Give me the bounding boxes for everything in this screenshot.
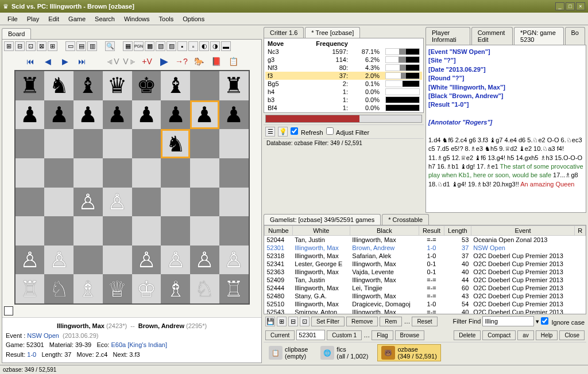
tree-bulb-icon[interactable]: 💡: [278, 127, 288, 137]
table-row[interactable]: 52444Illingworth, MaxLei, Tingjie=-=60O2…: [265, 284, 586, 292]
nav-back[interactable]: ◀: [41, 56, 54, 67]
dropdown-icon[interactable]: ▾: [536, 318, 539, 325]
adjust-checkbox[interactable]: Adjust Filter: [326, 127, 370, 136]
tool-icon[interactable]: ▤: [76, 41, 86, 51]
column-header[interactable]: Event: [471, 226, 575, 236]
reset-button[interactable]: Reset: [412, 317, 437, 326]
nav-varfwd[interactable]: V⪢: [123, 56, 136, 67]
nav-fwd[interactable]: ▶: [59, 56, 71, 67]
tree-row[interactable]: f337:2.0%: [265, 72, 422, 80]
tool-icon[interactable]: ▪: [177, 41, 187, 51]
nav-book[interactable]: 📕: [210, 56, 222, 67]
tab-comment[interactable]: Comment Edit: [471, 27, 513, 45]
nav-engine[interactable]: 🐎: [192, 56, 205, 67]
menu-game[interactable]: Game: [64, 14, 90, 24]
rem-button[interactable]: Rem: [380, 317, 402, 326]
find-input[interactable]: [482, 316, 534, 326]
search-icon[interactable]: 🔍: [105, 41, 115, 51]
tab-bo[interactable]: Bo: [565, 27, 585, 45]
tool-icon[interactable]: ▨: [167, 41, 176, 51]
table-row[interactable]: 52480Stany, G.A.Illingworth, Max=-=43O2C…: [265, 292, 586, 300]
fics-item[interactable]: 🌐 fics(all / 1,002): [317, 345, 372, 361]
pgn-icon[interactable]: PGN: [134, 41, 144, 51]
delete-button[interactable]: Delete: [454, 330, 481, 340]
table-row[interactable]: 52318Illingworth, MaxSafarian, Alek1-037…: [265, 252, 586, 260]
tab-player[interactable]: Player Informati: [425, 27, 470, 45]
menu-file[interactable]: File: [3, 14, 22, 24]
ignorecase-checkbox[interactable]: Ignore case: [541, 317, 585, 326]
nav-play[interactable]: ▶: [158, 56, 171, 67]
browse-button[interactable]: Browse: [395, 330, 424, 340]
event-link[interactable]: NSW Open: [27, 332, 59, 339]
tree-row[interactable]: h41:0.0%: [265, 88, 422, 96]
tree-row[interactable]: g3114:6.2%: [265, 56, 422, 64]
tool-icon[interactable]: ▥: [87, 41, 97, 51]
tool-icon[interactable]: ▦: [123, 41, 133, 51]
board-tab[interactable]: Board: [2, 28, 31, 39]
column-header[interactable]: Numbe: [265, 226, 293, 236]
list-icon[interactable]: ⊞: [277, 317, 287, 326]
tree-row[interactable]: Bf41:0.0%: [265, 104, 422, 112]
nav-trial[interactable]: →?: [175, 56, 188, 67]
chessboard[interactable]: ♜♞♝♛♚♝♜♟♟♟♟♟♟♟♟♞♙♙♙♙♙♙♙♙♖♘♗♕♔♗♘♖: [14, 70, 250, 305]
table-row[interactable]: 52341Lester, George EIllingworth, Max0-1…: [265, 260, 586, 268]
tab-tree[interactable]: * Tree [ozbase]: [305, 27, 360, 38]
nav-start[interactable]: ⏮: [24, 56, 37, 67]
minimize-button[interactable]: _: [555, 2, 564, 10]
pgn-panel[interactable]: [Event "NSW Open"][Site "?"][Date "2013.…: [425, 45, 586, 213]
nav-copy[interactable]: 📋: [227, 56, 239, 67]
menu-edit[interactable]: Edit: [44, 14, 64, 24]
maximize-button[interactable]: □: [566, 2, 575, 10]
tree-row[interactable]: Nc31597:87.1%: [265, 48, 422, 56]
clipbase-item[interactable]: 📋 clipbase(empty): [265, 345, 311, 361]
tool-icon[interactable]: ⊞: [4, 41, 14, 51]
menu-windows[interactable]: Windows: [119, 14, 154, 24]
tool-icon[interactable]: ▩: [145, 41, 154, 51]
list-icon[interactable]: ⊟: [288, 317, 298, 326]
game-num-input[interactable]: [296, 330, 325, 340]
table-row[interactable]: 52363Illingworth, MaxVajda, Levente0-140…: [265, 268, 586, 276]
save-icon[interactable]: 💾: [265, 317, 275, 326]
tree-list-icon[interactable]: ☰: [265, 127, 275, 137]
nav-addvar[interactable]: +V: [141, 56, 153, 67]
close-button[interactable]: ×: [576, 2, 585, 10]
tab-critter[interactable]: Critter 1.6: [264, 27, 304, 38]
column-header[interactable]: White: [292, 226, 350, 236]
help-button[interactable]: Help: [536, 330, 558, 340]
av-button[interactable]: av: [517, 330, 534, 340]
list-icon[interactable]: ⊡: [300, 317, 310, 326]
column-header[interactable]: Result: [419, 226, 444, 236]
column-header[interactable]: Length: [444, 226, 471, 236]
tool-icon[interactable]: ⊠: [37, 41, 47, 51]
gamelist-table[interactable]: NumbeWhiteBlackResultLengthEventR 52044T…: [264, 225, 586, 314]
tool-icon[interactable]: ⊟: [15, 41, 25, 51]
custom-button[interactable]: Custom 1: [327, 330, 362, 340]
nav-varback[interactable]: ⪡V: [106, 56, 119, 67]
menu-play[interactable]: Play: [22, 14, 44, 24]
tool-icon[interactable]: ▧: [156, 41, 165, 51]
menu-tools[interactable]: Tools: [154, 14, 179, 24]
remove-button[interactable]: Remove: [346, 317, 378, 326]
table-row[interactable]: 52044Tan, JustinIllingworth, Max=-=53Oce…: [265, 236, 586, 244]
tool-icon[interactable]: ◑: [210, 41, 220, 51]
table-row[interactable]: 52409Tan, JustinIllingworth, Max=-=44O2C…: [265, 276, 586, 284]
nav-end[interactable]: ⏭: [76, 56, 88, 67]
tool-icon[interactable]: ◐: [199, 41, 209, 51]
tab-gamelist[interactable]: Gamelist: [ozbase] 349/52591 games: [264, 214, 381, 225]
tree-row[interactable]: b31:0.0%: [265, 96, 422, 104]
table-row[interactable]: 52543Smirnov, AntonIllingworth, Max=-=40…: [265, 308, 586, 314]
refresh-checkbox[interactable]: Refresh: [291, 127, 323, 136]
column-header[interactable]: R: [575, 226, 586, 236]
tool-icon[interactable]: ⊡: [26, 41, 36, 51]
table-row[interactable]: 52510Illingworth, MaxDragicevic, Domagoj…: [265, 300, 586, 308]
tab-pgn[interactable]: *PGN: game 5230: [514, 27, 564, 45]
close-button[interactable]: Close: [559, 330, 585, 340]
tool-icon[interactable]: ⊞: [48, 41, 57, 51]
tool-icon[interactable]: ▬: [221, 41, 231, 51]
table-row[interactable]: 52301Illingworth, MaxBrown, Andrew1-037N…: [265, 244, 586, 252]
tool-icon[interactable]: ▭: [65, 41, 75, 51]
compact-button[interactable]: Compact: [482, 330, 516, 340]
flag-button[interactable]: Flag: [372, 330, 393, 340]
column-header[interactable]: Black: [350, 226, 419, 236]
menu-search[interactable]: Search: [90, 14, 119, 24]
